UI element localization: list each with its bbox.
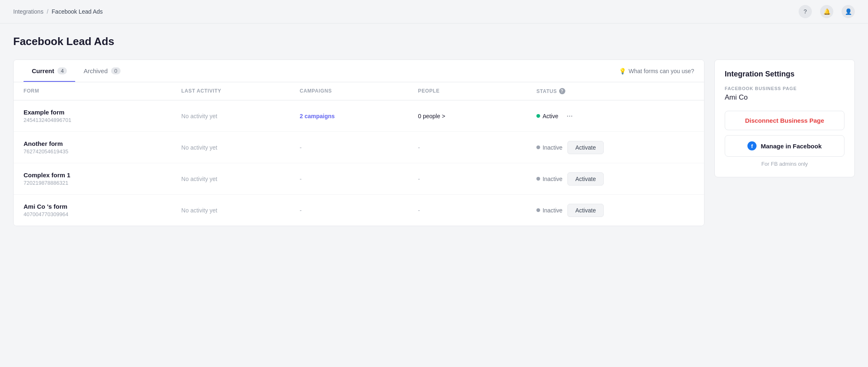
campaigns-link[interactable]: 2 campaigns [300, 113, 335, 119]
breadcrumb-separator: / [47, 8, 48, 15]
people-cell: - [418, 144, 536, 151]
page-title: Facebook Lead Ads [13, 35, 855, 48]
tab-archived-label: Archived [83, 67, 107, 74]
form-info-cell: Ami Co 's form 407004770309964 [24, 203, 181, 217]
col-header-campaigns: CAMPAIGNS [300, 88, 418, 94]
status-cell: Inactive Activate [536, 141, 694, 154]
tab-current-label: Current [32, 67, 54, 74]
help-icon-button[interactable]: ? [799, 5, 812, 18]
page-content: Facebook Lead Ads Current 4 Archived 0 💡 [0, 24, 868, 238]
people-dash: - [418, 207, 420, 214]
status-dot-active [536, 114, 540, 118]
tab-archived[interactable]: Archived 0 [75, 60, 129, 82]
people-cell: - [418, 207, 536, 214]
form-id: 720219878886321 [24, 180, 181, 186]
col-header-activity: LAST ACTIVITY [181, 88, 300, 94]
people-cell: - [418, 175, 536, 183]
status-badge-active: Active [536, 113, 558, 119]
form-info-cell: Complex form 1 720219878886321 [24, 172, 181, 186]
people-dash: - [418, 176, 420, 182]
breadcrumb-current: Facebook Lead Ads [52, 8, 103, 15]
form-name: Complex form 1 [24, 172, 181, 179]
status-help-icon[interactable]: ? [559, 88, 565, 94]
last-activity-cell: No activity yet [181, 144, 300, 151]
disconnect-business-page-button[interactable]: Disconnect Business Page [725, 111, 844, 130]
status-badge-inactive: Inactive [536, 144, 562, 151]
main-panel: Current 4 Archived 0 💡 What forms can yo… [13, 60, 704, 226]
col-header-people: PEOPLE [418, 88, 536, 94]
status-cell: Active ··· [536, 110, 694, 122]
activate-button[interactable]: Activate [567, 141, 604, 154]
campaigns-dash: - [300, 207, 302, 214]
status-badge-inactive: Inactive [536, 176, 562, 182]
campaigns-dash: - [300, 176, 302, 182]
sidebar-section-label: FACEBOOK BUSINESS PAGE [725, 86, 844, 91]
what-forms-hint[interactable]: 💡 What forms can you use? [619, 68, 694, 74]
form-info-cell: Another form 762742054619435 [24, 140, 181, 155]
user-icon-button[interactable]: 👤 [842, 5, 855, 18]
breadcrumb: Integrations / Facebook Lead Ads [13, 8, 103, 15]
status-cell: Inactive Activate [536, 172, 694, 186]
campaigns-cell: 2 campaigns [300, 112, 418, 120]
top-nav: Integrations / Facebook Lead Ads ? 🔔 👤 [0, 0, 868, 24]
hint-icon: 💡 [619, 68, 626, 74]
table-row: Example form 2454132404896701 No activit… [14, 100, 704, 132]
status-badge-inactive: Inactive [536, 207, 562, 214]
activate-button[interactable]: Activate [567, 204, 604, 217]
content-layout: Current 4 Archived 0 💡 What forms can yo… [13, 60, 855, 226]
col-header-status: STATUS ? [536, 88, 694, 94]
breadcrumb-parent[interactable]: Integrations [13, 8, 43, 15]
campaigns-cell: - [300, 207, 418, 214]
campaigns-cell: - [300, 144, 418, 151]
people-dash: - [418, 144, 420, 151]
sidebar-title: Integration Settings [725, 70, 844, 79]
form-info-cell: Example form 2454132404896701 [24, 109, 181, 123]
manage-in-facebook-button[interactable]: f Manage in Facebook [725, 135, 844, 157]
last-activity-cell: No activity yet [181, 207, 300, 214]
fb-admins-note: For FB admins only [725, 161, 844, 167]
more-options-button[interactable]: ··· [563, 110, 576, 122]
status-cell: Inactive Activate [536, 204, 694, 217]
status-dot-inactive [536, 208, 540, 212]
status-dot-inactive [536, 145, 540, 149]
table-row: Complex form 1 720219878886321 No activi… [14, 163, 704, 195]
col-header-form: FORM [24, 88, 181, 94]
nav-icons: ? 🔔 👤 [799, 5, 855, 18]
hint-text: What forms can you use? [628, 68, 694, 74]
tab-archived-badge: 0 [111, 67, 121, 74]
last-activity-cell: No activity yet [181, 176, 300, 182]
tab-current-badge: 4 [57, 67, 67, 74]
form-id: 407004770309964 [24, 211, 181, 217]
campaigns-cell: - [300, 175, 418, 183]
sidebar-page-name: Ami Co [725, 93, 844, 102]
forms-table: FORM LAST ACTIVITY CAMPAIGNS PEOPLE STAT… [14, 82, 704, 226]
table-row: Ami Co 's form 407004770309964 No activi… [14, 195, 704, 226]
people-link[interactable]: 0 people > [418, 113, 445, 119]
campaigns-dash: - [300, 144, 302, 151]
form-name: Ami Co 's form [24, 203, 181, 210]
activate-button[interactable]: Activate [567, 172, 604, 186]
notifications-icon-button[interactable]: 🔔 [820, 5, 833, 18]
tabs-header: Current 4 Archived 0 💡 What forms can yo… [14, 60, 704, 82]
tabs-left: Current 4 Archived 0 [24, 60, 129, 82]
tab-current[interactable]: Current 4 [24, 60, 75, 82]
sidebar-panel: Integration Settings FACEBOOK BUSINESS P… [714, 60, 855, 177]
table-header-row: FORM LAST ACTIVITY CAMPAIGNS PEOPLE STAT… [14, 82, 704, 100]
last-activity-cell: No activity yet [181, 113, 300, 119]
people-cell: 0 people > [418, 112, 536, 120]
manage-fb-label: Manage in Facebook [761, 143, 822, 150]
form-name: Another form [24, 140, 181, 147]
table-row: Another form 762742054619435 No activity… [14, 132, 704, 163]
form-name: Example form [24, 109, 181, 116]
form-id: 2454132404896701 [24, 117, 181, 123]
form-id: 762742054619435 [24, 148, 181, 155]
status-dot-inactive [536, 177, 540, 181]
facebook-icon: f [747, 141, 757, 150]
